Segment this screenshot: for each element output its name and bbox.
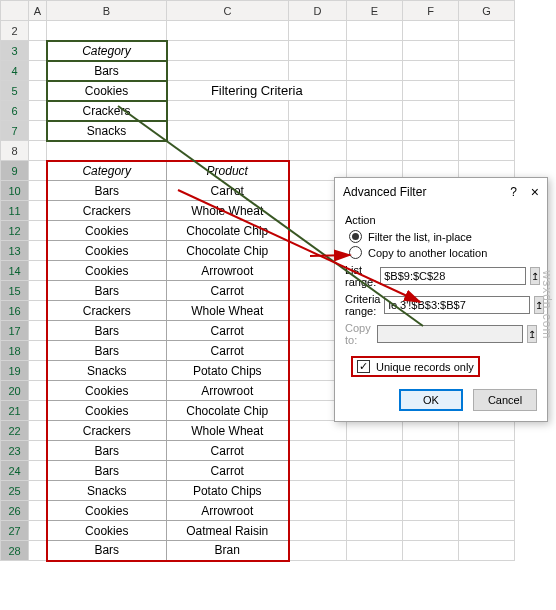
table-cell[interactable]: Whole Wheat: [167, 201, 289, 221]
table-cell[interactable]: Carrot: [167, 281, 289, 301]
table-cell[interactable]: Bars: [47, 341, 167, 361]
table-cell[interactable]: Oatmeal Raisin: [167, 521, 289, 541]
table-cell[interactable]: Cookies: [47, 261, 167, 281]
table-cell[interactable]: Bars: [47, 461, 167, 481]
radio-icon: [349, 246, 362, 259]
row-header[interactable]: 16: [1, 301, 29, 321]
row-header[interactable]: 15: [1, 281, 29, 301]
row-header[interactable]: 27: [1, 521, 29, 541]
row-header[interactable]: 5: [1, 81, 29, 101]
col-header-d[interactable]: D: [289, 1, 347, 21]
table-cell[interactable]: Whole Wheat: [167, 301, 289, 321]
range-select-button[interactable]: ↥: [530, 267, 540, 285]
range-select-button[interactable]: ↥: [527, 325, 537, 343]
table-cell[interactable]: Snacks: [47, 481, 167, 501]
table-header-product[interactable]: Product: [167, 161, 289, 181]
row-header[interactable]: 22: [1, 421, 29, 441]
row-header[interactable]: 10: [1, 181, 29, 201]
list-range-input[interactable]: [380, 267, 526, 285]
row-header[interactable]: 3: [1, 41, 29, 61]
table-cell[interactable]: Crackers: [47, 301, 167, 321]
table-cell[interactable]: Bars: [47, 441, 167, 461]
row-header[interactable]: 13: [1, 241, 29, 261]
table-header-category[interactable]: Category: [47, 161, 167, 181]
table-cell[interactable]: Carrot: [167, 321, 289, 341]
radio-label: Copy to another location: [368, 247, 487, 259]
category-cell[interactable]: Snacks: [47, 121, 167, 141]
col-header-g[interactable]: G: [459, 1, 515, 21]
table-cell[interactable]: Cookies: [47, 521, 167, 541]
category-cell[interactable]: Bars: [47, 61, 167, 81]
table-cell[interactable]: Crackers: [47, 201, 167, 221]
table-cell[interactable]: Chocolate Chip: [167, 221, 289, 241]
table-cell[interactable]: Carrot: [167, 181, 289, 201]
table-cell[interactable]: Chocolate Chip: [167, 241, 289, 261]
table-cell[interactable]: Potato Chips: [167, 361, 289, 381]
table-cell[interactable]: Chocolate Chip: [167, 401, 289, 421]
unique-records-checkbox[interactable]: ✓: [357, 360, 370, 373]
dialog-titlebar[interactable]: Advanced Filter ? ×: [335, 178, 547, 206]
row-header[interactable]: 17: [1, 321, 29, 341]
ok-button[interactable]: OK: [399, 389, 463, 411]
table-cell[interactable]: Bars: [47, 541, 167, 561]
row-header[interactable]: 24: [1, 461, 29, 481]
row-header[interactable]: 6: [1, 101, 29, 121]
row-header[interactable]: 23: [1, 441, 29, 461]
radio-copy-another[interactable]: Copy to another location: [345, 246, 537, 259]
row-header[interactable]: 9: [1, 161, 29, 181]
col-header-f[interactable]: F: [403, 1, 459, 21]
col-header-e[interactable]: E: [347, 1, 403, 21]
category-cell[interactable]: Cookies: [47, 81, 167, 101]
table-cell[interactable]: Cookies: [47, 221, 167, 241]
list-range-label: List range:: [345, 264, 376, 288]
table-cell[interactable]: Snacks: [47, 361, 167, 381]
table-cell[interactable]: Crackers: [47, 421, 167, 441]
dialog-title: Advanced Filter: [343, 185, 426, 199]
corner-cell[interactable]: [1, 1, 29, 21]
row-header[interactable]: 20: [1, 381, 29, 401]
close-button[interactable]: ×: [531, 184, 539, 200]
row-header[interactable]: 26: [1, 501, 29, 521]
table-cell[interactable]: Carrot: [167, 461, 289, 481]
row-header[interactable]: 25: [1, 481, 29, 501]
table-cell[interactable]: Bars: [47, 281, 167, 301]
table-cell[interactable]: Whole Wheat: [167, 421, 289, 441]
table-cell[interactable]: Arrowroot: [167, 501, 289, 521]
row-header[interactable]: 7: [1, 121, 29, 141]
criteria-range-input[interactable]: [384, 296, 530, 314]
col-header-b[interactable]: B: [47, 1, 167, 21]
table-cell[interactable]: Cookies: [47, 401, 167, 421]
table-cell[interactable]: Bars: [47, 321, 167, 341]
radio-icon: [349, 230, 362, 243]
row-header[interactable]: 12: [1, 221, 29, 241]
criteria-range-label: Criteria range:: [345, 293, 380, 317]
table-cell[interactable]: Carrot: [167, 441, 289, 461]
cancel-button[interactable]: Cancel: [473, 389, 537, 411]
category-header[interactable]: Category: [47, 41, 167, 61]
radio-filter-inplace[interactable]: Filter the list, in-place: [345, 230, 537, 243]
row-header[interactable]: 28: [1, 541, 29, 561]
table-cell[interactable]: Bran: [167, 541, 289, 561]
col-header-c[interactable]: C: [167, 1, 289, 21]
row-header[interactable]: 19: [1, 361, 29, 381]
category-cell[interactable]: Crackers: [47, 101, 167, 121]
table-cell[interactable]: Cookies: [47, 241, 167, 261]
row-header[interactable]: 2: [1, 21, 29, 41]
row-header[interactable]: 18: [1, 341, 29, 361]
table-cell[interactable]: Arrowroot: [167, 261, 289, 281]
help-button[interactable]: ?: [510, 185, 517, 199]
table-cell[interactable]: Potato Chips: [167, 481, 289, 501]
row-header[interactable]: 11: [1, 201, 29, 221]
table-cell[interactable]: Arrowroot: [167, 381, 289, 401]
row-header[interactable]: 8: [1, 141, 29, 161]
table-cell[interactable]: Cookies: [47, 381, 167, 401]
col-header-a[interactable]: A: [29, 1, 47, 21]
unique-records-label: Unique records only: [376, 361, 474, 373]
row-header[interactable]: 21: [1, 401, 29, 421]
table-cell[interactable]: Carrot: [167, 341, 289, 361]
row-header[interactable]: 14: [1, 261, 29, 281]
table-cell[interactable]: Bars: [47, 181, 167, 201]
table-cell[interactable]: Cookies: [47, 501, 167, 521]
row-header[interactable]: 4: [1, 61, 29, 81]
watermark: wsxdn.com: [540, 270, 554, 339]
